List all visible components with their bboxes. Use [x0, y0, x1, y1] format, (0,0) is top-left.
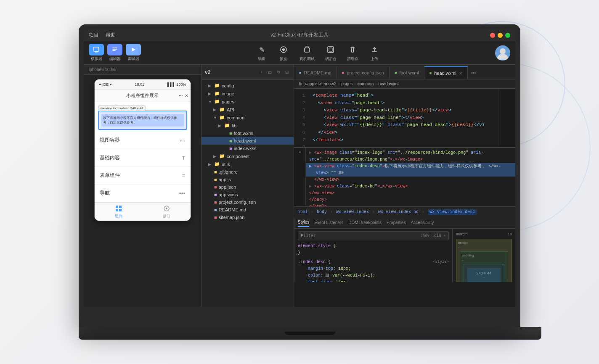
styles-panel: Styles Event Listeners DOM Breakpoints P…	[294, 217, 515, 282]
file-collapse-btn[interactable]: ⊟	[284, 69, 290, 76]
style-prop-fontsize: font-size: 14px;	[303, 279, 449, 282]
tree-item-image[interactable]: ▶ 📁 image	[201, 90, 294, 98]
phone-list-item-0[interactable]: 视图容器 ▭	[95, 132, 191, 149]
toolbar-btn-editor[interactable]: 编辑器	[107, 44, 122, 62]
tree-item-foot[interactable]: ▶ ■ foot.wxml	[201, 129, 294, 137]
tree-item-config[interactable]: ▶ 📁 config	[201, 82, 294, 90]
elem-line-desc2: view> == $0	[306, 170, 515, 177]
toolbar-action-bg[interactable]: 切后台	[325, 44, 337, 62]
box-content: 240 × 44 -	[467, 268, 501, 282]
toolbar-action-debug[interactable]: 真机调试	[300, 44, 315, 62]
maximize-btn[interactable]	[505, 33, 510, 38]
user-avatar[interactable]	[495, 45, 510, 61]
file-tree-panel: v2 + 🗁 ↻ ⊟ ▶ 📁	[201, 65, 294, 307]
elements-code[interactable]: ▶ <wx-image class="index-logo" src="../r…	[306, 148, 515, 206]
styles-left: Filter :hov .cls +	[294, 229, 452, 282]
tab-head[interactable]: ■ head.wxml ✕	[424, 66, 468, 79]
styles-tab-events[interactable]: Event Listeners	[314, 219, 343, 227]
phone-list-item-2[interactable]: 表单组件 ≡	[95, 167, 191, 185]
xml-icon: ■	[229, 138, 232, 143]
list-icon-0: ▭	[180, 137, 186, 144]
tree-item-component[interactable]: ▶ 📁 component	[201, 152, 294, 160]
tree-item-appjs[interactable]: ▶ ■ app.js	[201, 176, 294, 183]
toolbar-action-upload[interactable]: 上传	[368, 44, 380, 62]
tree-item-gitignore[interactable]: ▶ ■ .gitignore	[201, 168, 294, 176]
tree-item-sitemap[interactable]: ▶ ■ sitemap.json	[201, 214, 294, 221]
elem-line-desc: ▶ <wx-view class="index-desc">以下将展示小程序官方…	[306, 163, 515, 170]
tree-item-appwxss[interactable]: ▶ ■ app.wxss	[201, 191, 294, 198]
styles-filter[interactable]: Filter :hov .cls +	[298, 231, 449, 240]
tree-item-common[interactable]: ▼ 📁 common	[201, 113, 294, 121]
tab-projectjson[interactable]: ■ project.config.json	[337, 66, 390, 79]
styles-tab-dom[interactable]: DOM Breakpoints	[348, 219, 382, 227]
selector-html[interactable]: html	[297, 210, 307, 214]
code-line-2: <view class="page-head">	[313, 100, 493, 107]
phone-nav-close[interactable]: ✕	[185, 93, 188, 98]
box-model-title: margin 10	[456, 232, 512, 236]
badge-cls[interactable]: .cls	[432, 234, 441, 238]
head-tab-close[interactable]: ✕	[459, 71, 462, 76]
toolbar-action-clear[interactable]: 清缓存	[347, 44, 358, 62]
code-text[interactable]: <template name="head"> <view class="page…	[307, 89, 498, 147]
elem-line-logo: ▶ <wx-image class="index-logo" src="../r…	[306, 150, 515, 163]
json-icon: ■	[214, 185, 217, 190]
xml-icon: ■	[229, 131, 232, 136]
tree-item-head[interactable]: ▶ ■ head.wxml	[201, 137, 294, 145]
laptop-container: 项目 帮助 v2-FinClip小程序开发工具	[79, 24, 520, 340]
badge-plus[interactable]: +	[444, 234, 446, 238]
toolbar-action-edit[interactable]: ✎ 编辑	[256, 44, 268, 62]
wxss-icon: ■	[214, 192, 217, 197]
svg-rect-5	[305, 48, 310, 52]
style-prop-margin: margin-top: 10px;	[303, 266, 449, 272]
tree-item-lib[interactable]: ▶ 📁 lib	[201, 121, 294, 129]
phone-nav-dots[interactable]: •••	[179, 94, 183, 98]
toolbar-btn-debugger[interactable]: 调试器	[126, 44, 141, 62]
box-border: padding -	[460, 251, 508, 282]
tree-item-appjson[interactable]: ▶ ■ app.json	[201, 183, 294, 191]
tab-readme[interactable]: ■ README.md	[294, 66, 337, 79]
foot-tab-icon: ■	[395, 71, 397, 75]
box-model: margin 10 border -	[452, 229, 515, 282]
style-prop-color: color: var(--weui-FG-1);	[303, 272, 449, 279]
code-main: 12345678 <template name="head"> <view cl…	[294, 89, 515, 307]
laptop-base	[79, 327, 541, 340]
styles-tab-styles[interactable]: Styles	[298, 218, 309, 227]
simulator-header-text: iphone6 100%	[89, 67, 116, 72]
styles-tab-a11y[interactable]: Accessibility	[411, 219, 434, 227]
selector-wx-view-index[interactable]: wx-view.index	[336, 210, 369, 214]
tree-item-index-wxss[interactable]: ▶ ■ index.wxss	[201, 145, 294, 152]
menu-item-project[interactable]: 项目	[89, 32, 99, 39]
file-folder-btn[interactable]: 🗁	[267, 69, 273, 76]
folder-icon: 📁	[214, 161, 220, 167]
menu-item-help[interactable]: 帮助	[106, 32, 116, 39]
tree-item-pages[interactable]: ▼ 📁 pages	[201, 98, 294, 106]
svg-rect-7	[329, 48, 332, 51]
file-new-btn[interactable]: +	[258, 69, 265, 76]
tree-item-readme[interactable]: ▶ ■ README.md	[201, 206, 294, 214]
selector-body[interactable]: body	[317, 210, 327, 214]
styles-tab-props[interactable]: Properties	[387, 219, 406, 227]
badge-hov[interactable]: :hov	[420, 234, 429, 238]
toolbar: 模拟器 编辑器 调试器	[84, 41, 515, 65]
lib-arrow: ▶	[218, 124, 223, 128]
breadcrumb-common: common	[358, 82, 374, 86]
phone-list-item-3[interactable]: 导航 •••	[95, 185, 191, 202]
selector-wx-view-index-desc[interactable]: wx-view.index-desc	[428, 209, 477, 215]
toolbar-action-preview[interactable]: 预览	[278, 44, 289, 62]
highlight-box: 以下将展示小程序官方组件能力，组件样式仅供参考，自定义仅供参考。	[98, 111, 187, 130]
tree-item-utils[interactable]: ▶ 📁 utils	[201, 160, 294, 168]
tree-item-api[interactable]: ▶ 📁 API	[201, 106, 294, 113]
tab-foot[interactable]: ■ foot.wxml	[390, 66, 424, 79]
phone-tab-api[interactable]: 接口	[162, 204, 171, 219]
minimize-btn[interactable]	[498, 33, 503, 38]
phone-tab-component[interactable]: 组件	[114, 204, 123, 219]
phone-list-item-1[interactable]: 基础内容 T	[95, 149, 191, 167]
tab-more[interactable]: •••	[468, 66, 480, 79]
close-btn[interactable]	[490, 33, 495, 38]
file-refresh-btn[interactable]: ↻	[275, 69, 282, 76]
folder-icon: 📁	[214, 91, 220, 96]
edit-label: 编辑	[258, 56, 265, 62]
toolbar-btn-simulator[interactable]: 模拟器	[89, 44, 104, 62]
tree-item-projectjson[interactable]: ▶ ■ project.config.json	[201, 198, 294, 206]
selector-wx-view-index-hd[interactable]: wx-view.index-hd	[378, 210, 419, 214]
